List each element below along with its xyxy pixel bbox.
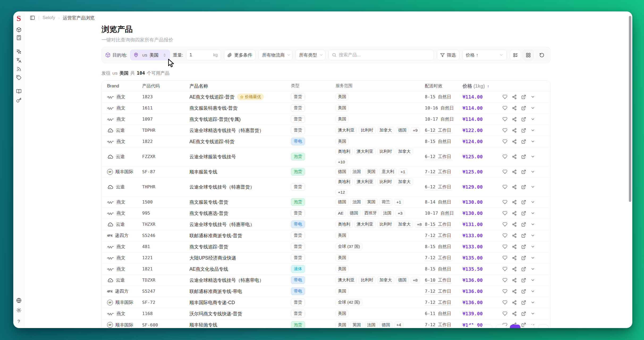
share-icon[interactable] — [512, 222, 517, 227]
external-link-icon[interactable] — [521, 233, 526, 238]
favorite-heart-icon[interactable] — [502, 300, 507, 305]
share-icon[interactable] — [512, 95, 517, 99]
expand-chevron-icon[interactable] — [531, 117, 535, 121]
favorite-heart-icon[interactable] — [502, 94, 507, 99]
favorite-heart-icon[interactable] — [502, 184, 507, 189]
sort-select[interactable]: 价格 ↑ — [462, 50, 507, 60]
product-name[interactable]: 云途全球专线挂号（特惠普货） — [189, 184, 291, 190]
favorite-heart-icon[interactable] — [502, 278, 507, 283]
app-logo[interactable]: S — [16, 14, 21, 23]
favorite-heart-icon[interactable] — [502, 211, 507, 216]
product-name[interactable]: 云途全球专线挂号（特惠带电） — [189, 221, 291, 228]
favorite-heart-icon[interactable] — [502, 139, 507, 144]
table-row[interactable]: 云途TDZXR云途全球精选专线挂号（特惠带电）带电澳大利亚比利时加拿大德国+86… — [102, 275, 550, 286]
table-row[interactable]: SF顺丰国际SF-72顺丰国际电商专递-CD普货全球 (42 国)7-12 工作… — [102, 297, 550, 308]
vertical-scrollbar[interactable] — [629, 16, 631, 202]
more-conditions-button[interactable]: 更多条件 — [224, 50, 256, 60]
table-row[interactable]: 云途THZXR云途全球专线挂号（特惠带电）带电奥地利澳大利亚比利时加拿大+88-… — [102, 219, 550, 230]
tag-icon[interactable] — [16, 75, 22, 80]
product-name[interactable]: 燕文专线追踪-普货 — [189, 244, 291, 250]
expand-chevron-icon[interactable] — [531, 185, 535, 189]
favorite-heart-icon[interactable] — [502, 255, 507, 260]
table-row[interactable]: 燕文1500燕文服装专线-普货泡货德国法国英国荷兰+18-14 自然日¥130.… — [102, 197, 550, 208]
share-icon[interactable] — [512, 244, 517, 249]
external-link-icon[interactable] — [521, 244, 526, 249]
expand-chevron-icon[interactable] — [531, 95, 535, 99]
favorite-heart-icon[interactable] — [502, 311, 507, 316]
product-name[interactable]: 燕文专线追踪-普货(专属) — [189, 116, 291, 122]
external-link-icon[interactable] — [521, 95, 526, 99]
share-icon[interactable] — [512, 185, 517, 189]
product-name[interactable]: 沃尔玛燕文专线快递-普货 — [189, 311, 291, 317]
favorite-heart-icon[interactable] — [502, 105, 507, 110]
external-link-icon[interactable] — [521, 289, 526, 294]
share-icon[interactable] — [512, 106, 517, 110]
sparkles-icon[interactable] — [16, 49, 22, 54]
external-link-icon[interactable] — [521, 169, 526, 174]
product-name[interactable]: 顺丰轻抛专线 — [189, 322, 291, 328]
favorite-heart-icon[interactable] — [502, 222, 507, 227]
product-name[interactable]: 大陆UPS经济商业快递 — [189, 255, 291, 261]
expand-chevron-icon[interactable] — [531, 311, 535, 316]
external-link-icon[interactable] — [521, 185, 526, 189]
table-row[interactable]: 燕文1221大陆UPS经济商业快递普货美国7-12 工作日¥135.00 — [102, 252, 550, 264]
type-select[interactable]: 所有类型 — [295, 50, 325, 60]
favorite-heart-icon[interactable] — [502, 154, 507, 159]
col-price[interactable]: 价格 (1kg) ↑ — [463, 83, 502, 89]
external-link-icon[interactable] — [521, 267, 526, 271]
favorite-heart-icon[interactable] — [502, 117, 507, 122]
expand-chevron-icon[interactable] — [531, 169, 535, 174]
table-row[interactable]: 4PX递四方S5246联邮通标准商派专线-普货普货美国7-12 工作日¥133.… — [102, 230, 550, 241]
search-box[interactable] — [328, 50, 434, 60]
share-icon[interactable] — [512, 233, 517, 238]
expand-chevron-icon[interactable] — [531, 278, 535, 282]
list-view-button[interactable] — [510, 50, 521, 60]
calculator-icon[interactable] — [16, 35, 22, 40]
external-link-icon[interactable] — [521, 117, 526, 122]
grid-view-button[interactable] — [523, 50, 534, 60]
external-link-icon[interactable] — [521, 256, 526, 260]
external-link-icon[interactable] — [521, 300, 526, 305]
breadcrumb-app[interactable]: Selofy — [43, 15, 55, 20]
theme-sun-icon[interactable] — [16, 308, 22, 313]
rss-icon[interactable] — [16, 66, 22, 72]
product-name[interactable]: 云途全球精选专线挂号（特惠普货） — [189, 127, 291, 134]
expand-chevron-icon[interactable] — [531, 139, 535, 144]
product-name[interactable]: 云途全球精选专线挂号（特惠带电） — [189, 277, 291, 283]
product-name[interactable]: 联邮通标准商派专线-普货 — [189, 232, 291, 239]
external-link-icon[interactable] — [521, 106, 526, 110]
favorite-heart-icon[interactable] — [502, 233, 507, 238]
share-icon[interactable] — [512, 154, 517, 159]
weight-input[interactable]: 1 kg — [186, 50, 221, 60]
product-name[interactable]: 云途全球服装专线挂号 — [189, 154, 291, 160]
expand-chevron-icon[interactable] — [531, 267, 535, 271]
share-icon[interactable] — [512, 278, 517, 283]
expand-chevron-icon[interactable] — [531, 244, 535, 249]
share-icon[interactable] — [512, 169, 517, 174]
favorite-heart-icon[interactable] — [502, 266, 507, 271]
share-icon[interactable] — [512, 300, 517, 305]
expand-chevron-icon[interactable] — [531, 300, 535, 305]
carrier-select[interactable]: 所有物流商 — [259, 50, 293, 60]
pagination-page[interactable]: 5 — [538, 325, 549, 328]
external-link-icon[interactable] — [521, 154, 526, 159]
expand-chevron-icon[interactable] — [531, 233, 535, 238]
expand-chevron-icon[interactable] — [531, 128, 535, 133]
table-row[interactable]: 燕文1168沃尔玛燕文专线快递-普货普货美国6-11 自然日¥139.00 — [102, 308, 550, 319]
filter-button[interactable]: 筛选 — [437, 50, 459, 60]
favorite-heart-icon[interactable] — [502, 199, 507, 205]
expand-chevron-icon[interactable] — [531, 154, 535, 159]
pagination-page[interactable]: 2 — [496, 325, 506, 328]
product-name[interactable]: 燕文专线惠选-普货 — [189, 210, 291, 216]
table-row[interactable]: 云途FZZXR云途全球服装专线挂号泡货奥地利澳大利亚比利时加拿大+106-12 … — [102, 147, 550, 166]
product-name[interactable]: AE燕文专线追踪-普货价格最优 — [189, 94, 291, 100]
book-open-icon[interactable] — [16, 89, 22, 94]
share-icon[interactable] — [512, 211, 517, 216]
help-icon[interactable]: ? — [18, 319, 20, 324]
languages-icon[interactable] — [16, 58, 22, 63]
share-icon[interactable] — [512, 200, 517, 205]
pagination-page[interactable]: 1 — [482, 325, 492, 328]
product-name[interactable]: 燕文服装专线-普货 — [189, 199, 291, 205]
product-name[interactable]: 联邮通标准商派专线-带电 — [189, 288, 291, 295]
share-icon[interactable] — [512, 311, 517, 316]
